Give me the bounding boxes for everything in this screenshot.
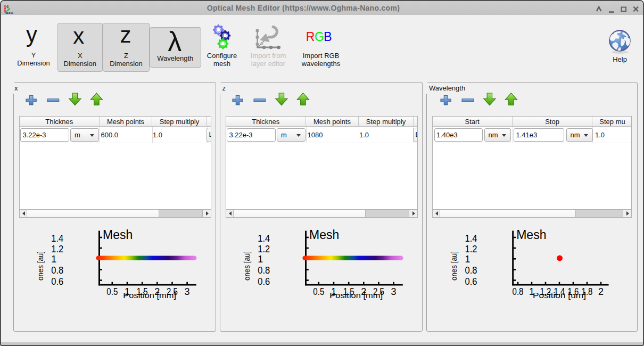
svg-text:1.2: 1.2 bbox=[51, 244, 63, 254]
svg-text:0.8: 0.8 bbox=[513, 286, 524, 297]
svg-text:Position [um]: Position [um] bbox=[533, 291, 586, 300]
svg-text:0.5: 0.5 bbox=[313, 286, 324, 297]
svg-text:0.8: 0.8 bbox=[465, 265, 477, 276]
svg-text:ones [au]: ones [au] bbox=[36, 251, 45, 281]
svg-text:Mesh: Mesh bbox=[309, 228, 339, 242]
svg-text:3: 3 bbox=[391, 286, 397, 297]
svg-text:0.8: 0.8 bbox=[258, 265, 270, 276]
svg-text:2: 2 bbox=[598, 286, 604, 297]
svg-text:Mesh: Mesh bbox=[516, 228, 546, 242]
svg-text:Position [mm]: Position [mm] bbox=[123, 291, 176, 300]
svg-text:0.5: 0.5 bbox=[106, 286, 118, 297]
svg-text:ones [au]: ones [au] bbox=[242, 251, 251, 281]
svg-text:Mesh: Mesh bbox=[103, 228, 133, 242]
svg-text:Position [mm]: Position [mm] bbox=[329, 291, 383, 300]
svg-text:0.6: 0.6 bbox=[258, 276, 270, 287]
svg-text:1.4: 1.4 bbox=[258, 233, 270, 244]
svg-text:1: 1 bbox=[465, 254, 470, 265]
svg-text:1.2: 1.2 bbox=[465, 244, 477, 254]
svg-text:1: 1 bbox=[51, 254, 56, 265]
svg-text:1: 1 bbox=[258, 254, 263, 265]
svg-text:3: 3 bbox=[185, 286, 190, 297]
svg-text:1.2: 1.2 bbox=[258, 244, 270, 254]
svg-text:0.6: 0.6 bbox=[465, 276, 477, 287]
svg-text:1.4: 1.4 bbox=[51, 233, 63, 244]
svg-text:ones [au]: ones [au] bbox=[449, 251, 458, 281]
svg-text:0.8: 0.8 bbox=[51, 265, 63, 276]
svg-text:1.4: 1.4 bbox=[465, 233, 477, 244]
svg-text:0.6: 0.6 bbox=[51, 276, 63, 287]
